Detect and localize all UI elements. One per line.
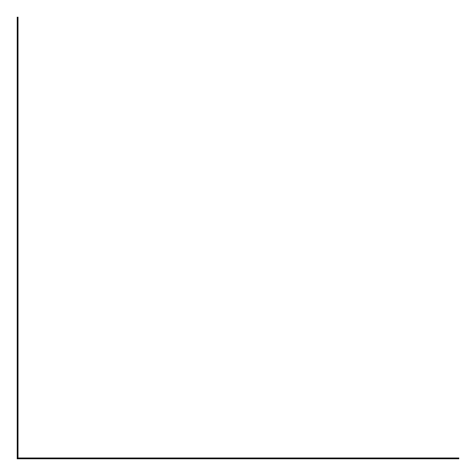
bottleneck-curve xyxy=(18,17,459,458)
plot-inner xyxy=(18,17,459,458)
chart-frame xyxy=(0,0,476,476)
plot-area xyxy=(17,17,459,459)
